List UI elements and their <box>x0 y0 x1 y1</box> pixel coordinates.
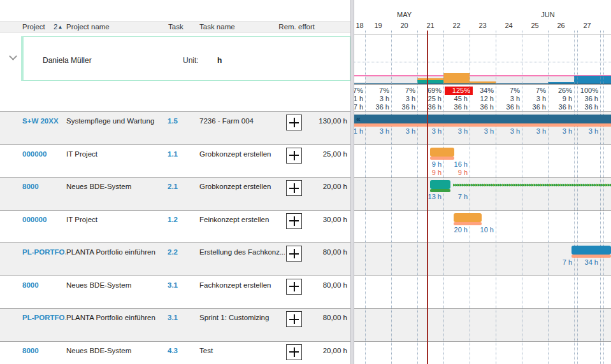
load-hours: 3 h <box>391 95 417 103</box>
remaining-effort: 80,00 h <box>323 314 347 321</box>
project-name: PLANTA Portfolio einführen <box>66 248 163 256</box>
month-label: JUN <box>529 11 567 18</box>
it-project-load-bar <box>417 78 443 80</box>
project-id-link[interactable]: PL-PORTFO... <box>22 314 66 321</box>
continues-left-icon: « <box>356 115 361 123</box>
task-name: Erstellung des Fachkonz... <box>199 248 285 256</box>
task-name: Grobkonzept erstellen <box>199 150 285 158</box>
expand-plus-button[interactable] <box>286 344 302 360</box>
week-label: 27 <box>574 22 600 30</box>
capacity-bar <box>522 76 548 85</box>
project-id-link[interactable]: 8000 <box>22 281 66 289</box>
task-id-link[interactable]: 3.1 <box>168 281 178 289</box>
capacity-hours: 36 h <box>574 103 600 111</box>
remaining-effort: 80,00 h <box>323 248 347 256</box>
load-hours: 25 h <box>417 95 443 103</box>
capacity-bar <box>365 76 391 85</box>
project-name: PLANTA Portfolio einführen <box>66 314 163 321</box>
task-name: Feinkonzept erstellen <box>199 216 285 223</box>
load-hours: 12 h <box>470 95 496 103</box>
project-id-link[interactable]: 8000 <box>22 347 66 354</box>
week-label: 21 <box>417 22 443 30</box>
expand-plus-button[interactable] <box>286 115 302 130</box>
task-id-link[interactable]: 1.1 <box>168 150 178 158</box>
planta-resource-schedule: Project 2▲ Project name Task Task name R… <box>0 0 611 364</box>
column-header-project[interactable]: Project <box>22 23 45 31</box>
task-bar[interactable]: « <box>354 115 611 123</box>
column-header-rem-effort[interactable]: Rem. effort <box>278 23 315 31</box>
capacity-hours: 36 h <box>470 103 496 111</box>
load-hours: 36 h <box>574 95 600 103</box>
task-bar[interactable] <box>571 246 611 255</box>
task-row: 8000Neues BDE-System4.3Test20,00 h <box>0 341 611 364</box>
task-id-link[interactable]: 3.1 <box>168 314 178 321</box>
week-label: 26 <box>548 22 574 30</box>
sort-indicator[interactable]: 2▲ <box>54 23 62 31</box>
project-name: Systempflege und Wartung <box>66 117 163 125</box>
bde-load-bar <box>417 80 443 83</box>
portfolio-load-bar <box>600 76 611 83</box>
task-id-link[interactable]: 1.5 <box>168 117 178 125</box>
load-hours: 3 h <box>522 95 548 103</box>
task-row: 000000IT Project1.2Feinkonzept erstellen… <box>0 210 611 243</box>
panel-splitter[interactable] <box>350 0 354 364</box>
expand-plus-button[interactable] <box>286 279 302 295</box>
project-id-link[interactable]: PL-PORTFO... <box>22 248 66 256</box>
capacity-hours: 36 h <box>548 103 574 111</box>
project-name: Neues BDE-System <box>66 183 163 190</box>
task-id-link[interactable]: 2.2 <box>168 248 178 256</box>
capacity-hours: 36 h <box>365 103 391 111</box>
week-label: 23 <box>470 22 496 30</box>
load-hours: 3 h <box>496 95 522 103</box>
capacity-hours: 36 h <box>443 103 470 111</box>
unit-value: h <box>217 56 222 65</box>
expand-plus-button[interactable] <box>286 213 302 229</box>
project-id-link[interactable]: 000000 <box>22 216 66 223</box>
capacity-bar <box>391 76 417 85</box>
chevron-down-icon[interactable] <box>9 52 17 60</box>
project-id-link[interactable]: S+W 20XX <box>22 117 66 125</box>
utilization-percent: 7% <box>496 87 522 95</box>
capacity-limit-line <box>354 75 611 76</box>
expand-plus-button[interactable] <box>286 180 302 196</box>
utilization-percent: 7% <box>391 87 417 95</box>
capacity-hours: 36 h <box>417 103 443 111</box>
utilization-percent-overload: 125% <box>445 87 473 95</box>
portfolio-load-bar <box>574 76 600 83</box>
expand-plus-button[interactable] <box>286 246 302 262</box>
utilization-percent: 7% <box>365 87 391 95</box>
today-line <box>427 31 428 364</box>
utilization-histogram: 7%7%7%69%125%34%7%7%26%100%1 h3 h3 h25 h… <box>354 35 611 111</box>
column-header-task-name[interactable]: Task name <box>199 23 235 31</box>
expand-plus-button[interactable] <box>286 148 302 164</box>
capacity-hours: 36 h <box>522 103 548 111</box>
task-name: Grobkonzept erstellen <box>199 183 285 190</box>
project-name: Neues BDE-System <box>66 347 163 354</box>
expand-plus-button[interactable] <box>286 311 302 327</box>
utilization-percent: 100% <box>574 87 600 95</box>
week-label: 22 <box>443 22 470 30</box>
task-bar[interactable] <box>430 180 450 189</box>
utilization-percent: 69% <box>417 87 443 95</box>
project-id-link[interactable]: 8000 <box>22 183 66 190</box>
task-id-link[interactable]: 2.1 <box>168 183 178 190</box>
remaining-effort: 130,00 h <box>319 117 347 125</box>
task-bar[interactable] <box>454 213 482 222</box>
timeline-scale: MAYJUN18192021222324252627 <box>354 0 611 35</box>
week-label: 18 <box>354 22 365 30</box>
project-id-link[interactable]: 000000 <box>22 150 66 158</box>
week-label: 24 <box>496 22 522 30</box>
week-label: 19 <box>365 22 391 30</box>
task-id-link[interactable]: 1.2 <box>168 216 178 223</box>
resource-row[interactable]: Daniela Müller Unit: h <box>21 36 350 81</box>
unit-label: Unit: <box>183 56 199 65</box>
task-bar[interactable] <box>430 148 454 157</box>
remaining-effort: 80,00 h <box>323 281 347 289</box>
load-hours: 1 h <box>354 95 365 103</box>
task-id-link[interactable]: 4.3 <box>168 347 178 354</box>
load-hours: 45 h <box>443 95 470 103</box>
column-header-task[interactable]: Task <box>168 23 183 31</box>
capacity-hours: 36 h <box>496 103 522 111</box>
column-header-project-name[interactable]: Project name <box>66 23 110 31</box>
sort-arrow-icon: ▲ <box>57 24 62 30</box>
